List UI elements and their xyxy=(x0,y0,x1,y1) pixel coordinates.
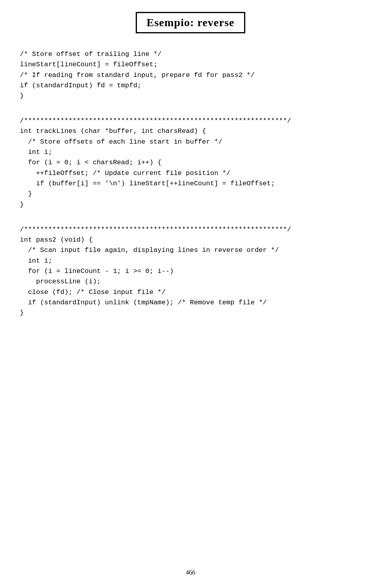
page-container: Esempio: reverse /* Store offset of trai… xyxy=(0,0,381,588)
code-block-section3: int pass2 (void) { /* Scan input file ag… xyxy=(20,235,361,319)
page-title: Esempio: reverse xyxy=(146,16,235,29)
code-block-section1: /* Store offset of trailing line */ line… xyxy=(20,49,361,102)
code-block-section2: int trackLines (char *buffer, int charsR… xyxy=(20,126,361,210)
title-box: Esempio: reverse xyxy=(136,12,245,33)
page-number: 466 xyxy=(186,569,195,576)
divider2: /***************************************… xyxy=(20,214,361,235)
code-section: /* Store offset of trailing line */ line… xyxy=(12,49,369,319)
divider1: /***************************************… xyxy=(20,106,361,127)
